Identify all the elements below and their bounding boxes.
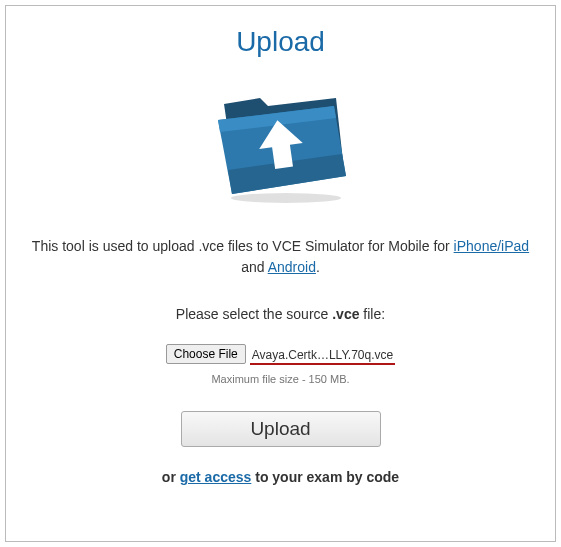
prompt-suffix: file:: [359, 306, 385, 322]
desc-middle: and: [241, 259, 267, 275]
select-file-prompt: Please select the source .vce file:: [26, 306, 535, 322]
upload-panel: Upload This tool is used to upload .vce …: [5, 5, 556, 542]
choose-file-button[interactable]: Choose File: [166, 344, 246, 364]
upload-folder-icon: [26, 76, 535, 206]
prompt-bold: .vce: [332, 306, 359, 322]
desc-prefix: This tool is used to upload .vce files t…: [32, 238, 454, 254]
selected-filename-wrap: Avaya.Certk…LLY.70q.vce: [250, 345, 395, 363]
filename-underline: [250, 363, 395, 365]
access-prefix: or: [162, 469, 180, 485]
prompt-prefix: Please select the source: [176, 306, 332, 322]
access-line: or get access to your exam by code: [26, 469, 535, 485]
file-input-row: Choose File Avaya.Certk…LLY.70q.vce: [26, 344, 535, 364]
iphone-ipad-link[interactable]: iPhone/iPad: [454, 238, 530, 254]
max-file-size-text: Maximum file size - 150 MB.: [26, 373, 535, 385]
android-link[interactable]: Android: [268, 259, 316, 275]
upload-button[interactable]: Upload: [181, 411, 381, 447]
access-suffix: to your exam by code: [251, 469, 399, 485]
description-text: This tool is used to upload .vce files t…: [26, 236, 535, 278]
page-title: Upload: [26, 26, 535, 58]
desc-suffix: .: [316, 259, 320, 275]
selected-filename: Avaya.Certk…LLY.70q.vce: [250, 346, 395, 364]
get-access-link[interactable]: get access: [180, 469, 252, 485]
svg-point-0: [231, 193, 341, 203]
